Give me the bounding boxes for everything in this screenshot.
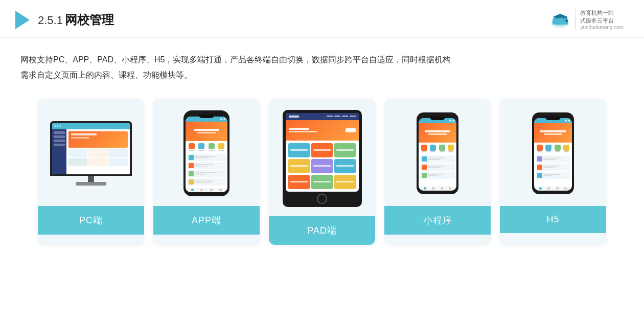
card-miniprogram-label: 小程序	[384, 206, 491, 235]
title-section: 2.5.1 网校管理	[38, 12, 114, 28]
logo-triangle-icon	[15, 11, 30, 29]
header: 2.5.1 网校管理	[0, 0, 644, 38]
description-section: 网校支持PC、APP、PAD、小程序、H5，实现多端打通，产品各终端自由切换，数…	[0, 38, 644, 88]
pad-mockup	[283, 110, 362, 207]
brand-slogan-bottom: 式服务云平台	[580, 17, 624, 25]
card-pad: PAD端	[269, 99, 375, 245]
page-title: 网校管理	[65, 12, 114, 28]
brand-slogan-top: 教育机构一站	[580, 9, 624, 17]
header-right: 教育机构一站 式服务云平台 yunduoketang.com	[549, 9, 624, 30]
card-pc: PC端	[38, 99, 144, 245]
card-app: APP端	[153, 99, 260, 245]
header-left: 2.5.1 网校管理	[15, 11, 114, 29]
card-h5-label: H5	[500, 206, 606, 233]
pc-mockup	[50, 121, 132, 186]
brand-text-group: 教育机构一站 式服务云平台 yunduoketang.com	[576, 9, 624, 30]
pc-screen	[50, 121, 132, 176]
pad-home-btn	[317, 194, 327, 204]
brand-site: yunduoketang.com	[580, 25, 624, 30]
card-app-label: APP端	[153, 206, 260, 235]
app-phone-mockup	[183, 110, 229, 196]
card-pad-image	[269, 99, 375, 216]
brand-logo: 教育机构一站 式服务云平台 yunduoketang.com	[549, 9, 624, 30]
pc-base	[76, 182, 106, 186]
card-h5: H5	[500, 99, 606, 245]
h5-phone-mockup	[532, 112, 574, 194]
card-pc-image	[38, 99, 144, 206]
page-container: 2.5.1 网校管理	[0, 0, 644, 322]
card-pad-label: PAD端	[269, 216, 375, 245]
title-number: 2.5.1	[38, 14, 63, 27]
miniprogram-phone-mockup	[417, 112, 458, 194]
card-pc-label: PC端	[38, 206, 144, 235]
description-line2: 需求自定义页面上的内容、课程、功能模块等。	[20, 67, 624, 83]
card-app-image	[153, 99, 260, 206]
brand-icon	[549, 10, 571, 30]
description-line1: 网校支持PC、APP、PAD、小程序、H5，实现多端打通，产品各终端自由切换，数…	[20, 52, 624, 67]
card-miniprogram-image	[384, 99, 491, 206]
card-miniprogram: 小程序	[384, 99, 491, 245]
pc-stand	[88, 176, 94, 182]
card-h5-image	[500, 99, 606, 206]
svg-point-10	[565, 19, 568, 22]
cards-container: PC端	[0, 88, 644, 260]
